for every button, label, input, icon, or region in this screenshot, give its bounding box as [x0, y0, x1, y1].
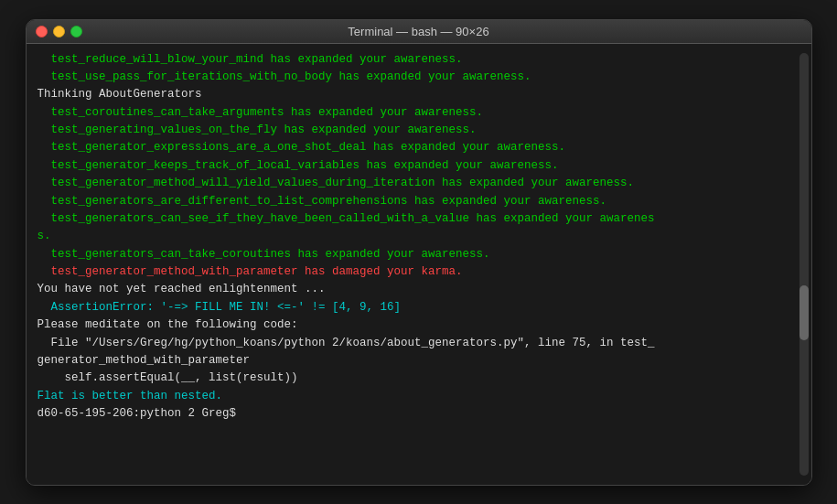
terminal-body[interactable]: test_reduce_will_blow_your_mind has expa…: [27, 44, 811, 485]
terminal-line: Please meditate on the following code:: [38, 316, 800, 334]
terminal-line: generator_method_with_parameter: [38, 352, 800, 370]
terminal-content: test_reduce_will_blow_your_mind has expa…: [38, 51, 800, 424]
terminal-line: s.: [38, 228, 800, 245]
terminal-line: d60-65-195-206:python 2 Greg$: [38, 405, 800, 423]
terminal-line: AssertionError: '-=> FILL ME IN! <=-' !=…: [38, 299, 800, 316]
minimize-button[interactable]: [53, 26, 65, 38]
terminal-line: test_generator_keeps_track_of_local_vari…: [38, 157, 800, 175]
window-title: Terminal — bash — 90×26: [348, 25, 488, 38]
terminal-line: test_generators_are_different_to_list_co…: [38, 193, 800, 210]
traffic-lights: [36, 26, 82, 38]
terminal-line: test_generator_method_with_parameter has…: [38, 263, 800, 281]
terminal-line: self.assertEqual(__, list(result)): [38, 370, 800, 387]
scrollbar-thumb[interactable]: [799, 285, 809, 340]
terminal-line: Thinking AboutGenerators: [38, 86, 800, 103]
terminal-line: test_coroutines_can_take_arguments has e…: [38, 104, 800, 122]
terminal-line: test_reduce_will_blow_your_mind has expa…: [38, 51, 800, 69]
terminal-line: test_generators_can_take_coroutines has …: [38, 246, 800, 263]
terminal-line: test_generating_values_on_the_fly has ex…: [38, 122, 800, 139]
maximize-button[interactable]: [70, 26, 82, 38]
terminal-line: test_generator_expressions_are_a_one_sho…: [38, 139, 800, 156]
terminal-window: Terminal — bash — 90×26 test_reduce_will…: [26, 19, 812, 486]
terminal-line: test_use_pass_for_iterations_with_no_bod…: [38, 69, 800, 86]
terminal-line: File "/Users/Greg/hg/python_koans/python…: [38, 335, 800, 352]
close-button[interactable]: [36, 26, 48, 38]
terminal-line: test_generator_method_will_yield_values_…: [38, 175, 800, 192]
terminal-line: You have not yet reached enlightenment .…: [38, 281, 800, 298]
terminal-line: test_generators_can_see_if_they_have_bee…: [38, 210, 800, 228]
terminal-line: Flat is better than nested.: [38, 388, 800, 405]
title-bar: Terminal — bash — 90×26: [27, 20, 811, 44]
scrollbar[interactable]: [799, 53, 809, 476]
